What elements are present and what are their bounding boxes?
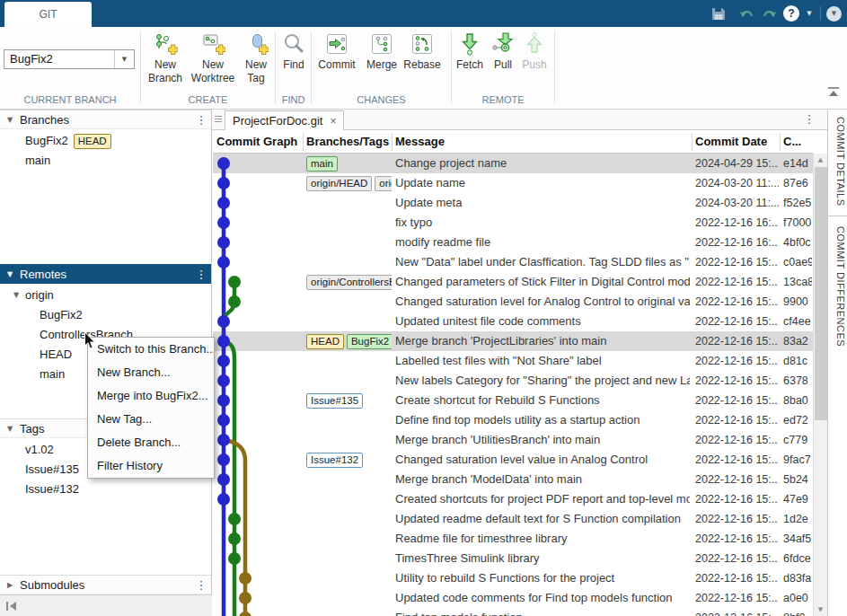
table-scrollbar[interactable]: ▲ ▼ (813, 154, 827, 616)
tabbar-menu-icon[interactable]: ⋮ (803, 112, 816, 126)
sidebar-item-head[interactable]: HEAD (40, 345, 72, 365)
titlebar: GIT ? ▼ ▼ (0, 0, 847, 27)
toolbar-button-push[interactable]: Push (517, 31, 551, 72)
table-row[interactable]: Readme file for timesthree library2022-1… (213, 529, 813, 549)
help-caret-icon[interactable]: ▼ (803, 5, 816, 22)
collapse-ribbon-button[interactable] (826, 86, 841, 99)
commit-message: Updated unitest file code comments (395, 312, 690, 331)
chevron-down-icon[interactable]: ▼ (0, 425, 20, 433)
chevron-down-icon[interactable]: ▼ (9, 286, 23, 305)
tab-commit-differences[interactable]: COMMIT DIFFERENCES (832, 226, 846, 347)
toolbar-button-fetch[interactable]: Fetch (452, 31, 488, 72)
table-row[interactable]: origin/HEADorigin/mainUpdate name2024-03… (213, 173, 813, 193)
commit-hash: 83a2 (783, 331, 812, 351)
table-row[interactable]: Define find top models utility as a star… (213, 410, 813, 430)
help-icon[interactable]: ? (783, 5, 799, 22)
table-row[interactable]: fix typo2022-12-16 16:...f7000 (213, 213, 813, 233)
sidebar-item-label: Issue#132 (25, 482, 79, 496)
sidebar-item-bugfix2[interactable]: BugFix2 (40, 305, 83, 325)
sidebar-section-submodules[interactable]: ▶Submodules⋮ (0, 575, 211, 594)
document-tab-projectfordoc[interactable]: ProjectForDoc.git × (225, 110, 344, 130)
toolbar-button-commit[interactable]: Commit (313, 31, 360, 72)
current-branch-combo[interactable]: BugFix2 ▼ (4, 49, 135, 69)
close-icon[interactable]: × (330, 115, 336, 128)
commit-message: Merge branch 'ProjectLibraries' into mai… (395, 331, 690, 351)
table-row[interactable]: modify readme file2022-12-16 16:...4bf0c (213, 233, 813, 252)
table-row[interactable]: New labels Category for "Sharing" the pr… (213, 371, 813, 391)
column-header-c-[interactable]: C... (783, 130, 801, 153)
commit-hash: 6fdce (783, 549, 812, 568)
table-row[interactable]: Changed saturation level for Analog Cont… (213, 292, 813, 312)
section-menu-icon[interactable]: ⋮ (191, 113, 211, 127)
sidebar-item-bugfix2[interactable]: BugFix2HEAD (25, 131, 114, 151)
pull-icon (490, 31, 516, 57)
merge-icon (369, 31, 394, 57)
toolbar-button-pull[interactable]: Pull (488, 31, 518, 72)
commit-hash: 5b24 (783, 470, 812, 489)
section-menu-icon[interactable]: ⋮ (191, 578, 211, 592)
commit-message: Merge branch 'ModelData' into main (395, 470, 690, 489)
sidebar-item-issue#132[interactable]: Issue#132 (25, 480, 79, 499)
sidebar-item-issue#135[interactable]: Issue#135 (25, 460, 79, 480)
undo-icon[interactable] (737, 5, 756, 22)
section-menu-icon[interactable]: ⋮ (191, 268, 211, 281)
table-row[interactable]: Labelled test files with "Not Share" lab… (213, 351, 813, 371)
table-row[interactable]: Issue#135Create shortcut for Rebuild S F… (213, 391, 813, 410)
table-row[interactable]: origin/ControllersBranchChanged paramete… (213, 272, 813, 292)
scroll-down-icon[interactable]: ▼ (814, 603, 827, 616)
table-row[interactable]: Find top models function2022-12-16 15:..… (213, 608, 813, 616)
combo-dropdown-arrow[interactable]: ▼ (114, 50, 134, 68)
menu-item-delete-branch[interactable]: Delete Branch... (88, 431, 214, 454)
menu-item-new-tag[interactable]: New Tag... (88, 408, 214, 431)
table-row[interactable]: Utility to rebuild S Functions for the p… (213, 568, 813, 588)
toolbar-button-new-worktree[interactable]: NewWorktree (185, 31, 241, 85)
sidebar-item-origin[interactable]: ▼origin (25, 286, 54, 305)
toolbar-button-merge[interactable]: Merge (361, 31, 402, 72)
toolbar-button-rebase[interactable]: Rebase (400, 31, 445, 72)
toolbar-group-label: CHANGES (312, 94, 451, 105)
table-row[interactable]: Created shortcuts for project PDF report… (213, 489, 813, 509)
menu-item-switch-to-this-branch[interactable]: Switch to this Branch... (88, 338, 214, 361)
scroll-up-icon[interactable]: ▲ (814, 154, 827, 166)
sidebar-section-branches[interactable]: ▼Branches⋮ (0, 110, 211, 129)
menu-item-new-branch[interactable]: New Branch... (88, 361, 214, 384)
toolbar-button-new-branch[interactable]: NewBranch (144, 31, 187, 85)
chevron-down-icon[interactable]: ▼ (0, 270, 20, 278)
save-icon[interactable] (710, 5, 728, 22)
sidebar-item-main[interactable]: main (40, 365, 65, 384)
table-row[interactable]: Merge branch 'UtilitiesBranch' into main… (213, 430, 813, 450)
sidebar-item-v1.02[interactable]: v1.02 (25, 440, 54, 460)
toolbar-button-new-tag[interactable]: NewTag (238, 31, 274, 85)
column-header-commit-date[interactable]: Commit Date (695, 130, 767, 153)
column-header-branches-tags[interactable]: Branches/Tags (306, 130, 389, 153)
sidebar-section-remotes[interactable]: ▼Remotes⋮ (0, 264, 211, 284)
table-row[interactable]: Updated unitest file code comments2022-1… (213, 312, 813, 331)
scrollbar-thumb[interactable] (815, 167, 827, 420)
table-row[interactable]: mainChange project name2024-04-29 15:...… (213, 154, 813, 173)
collapse-panel-icon[interactable] (5, 601, 18, 612)
table-row[interactable]: Updated code comments for Find top model… (213, 588, 813, 608)
menu-item-merge-into-bugfix2[interactable]: Merge into BugFix2... (88, 384, 214, 408)
table-row[interactable]: TimesThree Simulink library2022-12-16 15… (213, 549, 813, 568)
chevron-right-icon[interactable]: ▶ (0, 581, 20, 589)
tab-commit-details[interactable]: COMMIT DETAILS (832, 117, 846, 207)
column-header-commit-graph[interactable]: Commit Graph (216, 130, 297, 153)
menu-item-filter-history[interactable]: Filter History (88, 454, 214, 478)
table-row[interactable]: HEADBugFix2origin/BugFix2Merge branch 'P… (213, 331, 813, 351)
table-row[interactable]: Updated readme default text for S Functi… (213, 509, 813, 529)
redo-icon[interactable] (760, 5, 780, 22)
table-row[interactable]: New "Data" label under Clasffication. Ta… (213, 252, 813, 272)
table-row[interactable]: Issue#132Changed saturation level value … (213, 450, 813, 470)
table-row[interactable]: Merge branch 'ModelData' into main2022-1… (213, 470, 813, 489)
toolbar-button-find[interactable]: Find (277, 31, 311, 72)
commit-hash: 9900 (783, 292, 812, 312)
sidebar-item-main[interactable]: main (25, 151, 50, 171)
chevron-down-icon[interactable]: ▼ (0, 116, 20, 124)
commit-hash: ed72 (783, 410, 812, 430)
document-bar-grip-icon[interactable] (214, 114, 223, 125)
panel-menu-icon[interactable]: ▼ (826, 5, 842, 22)
column-header-message[interactable]: Message (395, 130, 445, 153)
commit-date: 2024-04-29 15:... (695, 154, 779, 173)
table-row[interactable]: Update meta2024-03-20 11:...f52e5 (213, 193, 813, 213)
ribbon-tab-git[interactable]: GIT (4, 2, 92, 27)
